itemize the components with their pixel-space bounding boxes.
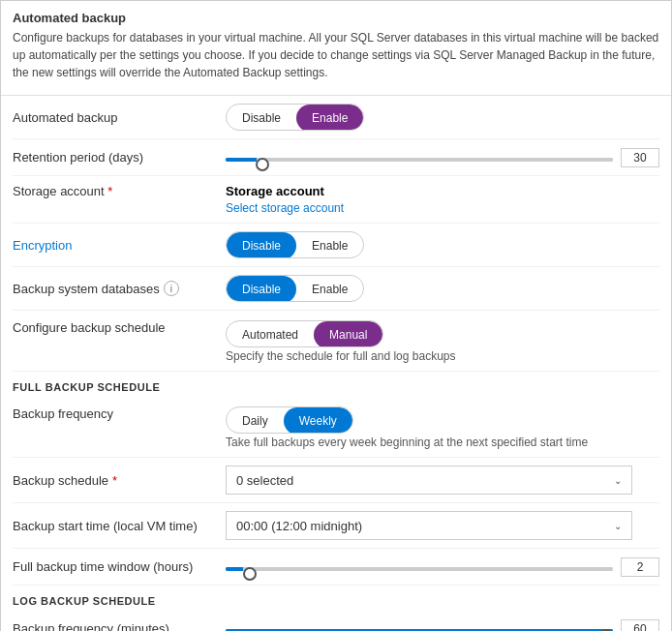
backup-start-time-control: 00:00 (12:00 midnight) ⌄ — [226, 511, 659, 540]
encryption-disable-btn[interactable]: Disable — [227, 232, 296, 258]
backup-system-db-info-icon[interactable]: i — [164, 281, 179, 296]
full-backup-time-window-value: 2 — [621, 557, 659, 577]
full-backup-time-window-control: 2 — [226, 557, 659, 577]
full-backup-time-window-row: Full backup time window (hours) 2 — [13, 549, 659, 586]
retention-period-value: 30 — [621, 148, 659, 167]
backup-frequency-weekly-btn[interactable]: Weekly — [284, 407, 352, 434]
storage-account-label: Storage account * — [13, 184, 226, 198]
storage-required-asterisk: * — [105, 184, 113, 198]
page-description: Configure backups for databases in your … — [13, 29, 659, 81]
log-backup-schedule-header: LOG BACKUP SCHEDULE — [13, 586, 659, 611]
log-backup-frequency-value: 60 — [621, 619, 659, 632]
backup-schedule-row: Backup schedule * 0 selected ⌄ — [13, 458, 659, 503]
log-backup-frequency-row: Backup frequency (minutes) 60 — [13, 611, 659, 631]
automated-backup-label: Automated backup — [13, 110, 226, 125]
configure-backup-manual-btn[interactable]: Manual — [314, 321, 382, 347]
configure-backup-schedule-control: Automated Manual Specify the schedule fo… — [226, 320, 659, 363]
storage-account-content: Storage account Select storage account — [226, 184, 659, 215]
automated-backup-row: Automated backup Disable Enable — [13, 96, 659, 139]
retention-period-slider[interactable] — [226, 158, 613, 162]
backup-start-time-arrow: ⌄ — [614, 521, 622, 531]
storage-account-section-title: Storage account — [226, 184, 659, 198]
backup-schedule-control: 0 selected ⌄ — [226, 466, 659, 495]
select-storage-account-link[interactable]: Select storage account — [226, 201, 344, 215]
configure-backup-schedule-desc: Specify the schedule for full and log ba… — [226, 349, 455, 363]
encryption-toggle: Disable Enable — [226, 231, 364, 258]
automated-backup-disable-btn[interactable]: Disable — [227, 105, 296, 131]
automated-backup-enable-btn[interactable]: Enable — [296, 105, 363, 131]
backup-frequency-label: Backup frequency — [13, 406, 226, 421]
backup-start-time-label: Backup start time (local VM time) — [13, 519, 226, 533]
full-backup-time-window-label: Full backup time window (hours) — [13, 559, 226, 574]
backup-frequency-toggle: Daily Weekly — [226, 406, 353, 434]
automated-backup-control: Disable Enable — [226, 104, 659, 131]
backup-frequency-daily-btn[interactable]: Daily — [227, 407, 284, 434]
backup-system-db-enable-btn[interactable]: Enable — [296, 276, 363, 302]
backup-frequency-desc: Take full backups every week beginning a… — [226, 436, 588, 449]
log-backup-frequency-control: 60 — [226, 619, 659, 632]
retention-period-row: Retention period (days) 30 — [13, 139, 659, 176]
configure-backup-automated-btn[interactable]: Automated — [227, 321, 314, 347]
page-title: Automated backup — [13, 11, 659, 25]
retention-period-label: Retention period (days) — [13, 150, 226, 165]
configure-backup-schedule-toggle: Automated Manual — [226, 320, 383, 347]
backup-schedule-dropdown[interactable]: 0 selected ⌄ — [226, 466, 632, 495]
full-backup-schedule-header: FULL BACKUP SCHEDULE — [13, 372, 659, 397]
backup-system-db-row: Backup system databases i Disable Enable — [13, 267, 659, 311]
backup-schedule-label: Backup schedule * — [13, 473, 226, 488]
full-backup-time-window-slider[interactable] — [226, 567, 613, 571]
log-backup-frequency-label: Backup frequency (minutes) — [13, 621, 226, 631]
encryption-enable-btn[interactable]: Enable — [296, 232, 363, 258]
backup-frequency-row: Backup frequency Daily Weekly Take full … — [13, 397, 659, 458]
configure-backup-schedule-row: Configure backup schedule Automated Manu… — [13, 311, 659, 372]
encryption-row: Encryption Disable Enable — [13, 224, 659, 267]
backup-start-time-value: 00:00 (12:00 midnight) — [236, 519, 362, 533]
encryption-label: Encryption — [13, 238, 226, 253]
storage-account-row: Storage account * Storage account Select… — [13, 176, 659, 224]
backup-start-time-row: Backup start time (local VM time) 00:00 … — [13, 503, 659, 549]
backup-schedule-value: 0 selected — [236, 473, 293, 488]
backup-start-time-dropdown[interactable]: 00:00 (12:00 midnight) ⌄ — [226, 511, 632, 540]
backup-system-db-toggle: Disable Enable — [226, 275, 364, 302]
encryption-control: Disable Enable — [226, 231, 659, 258]
backup-system-db-label: Backup system databases i — [13, 281, 226, 296]
retention-period-control: 30 — [226, 148, 659, 167]
configure-backup-schedule-label: Configure backup schedule — [13, 320, 226, 335]
backup-system-db-control: Disable Enable — [226, 275, 659, 302]
backup-system-db-disable-btn[interactable]: Disable — [227, 276, 296, 302]
backup-frequency-control: Daily Weekly Take full backups every wee… — [226, 406, 659, 449]
automated-backup-toggle: Disable Enable — [226, 104, 364, 131]
backup-schedule-arrow: ⌄ — [614, 475, 622, 486]
